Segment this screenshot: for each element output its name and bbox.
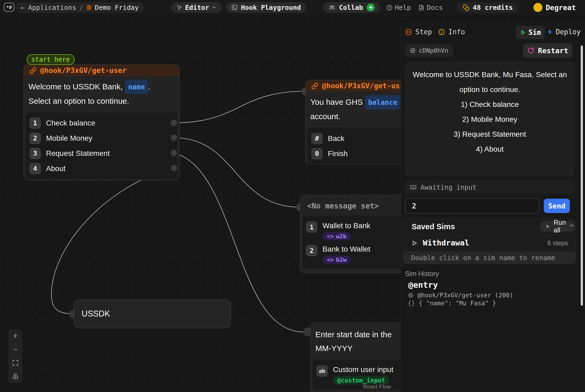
- option-row[interactable]: 0 Finish: [311, 146, 406, 161]
- session-id-badge: cDNp0hVn: [405, 44, 453, 57]
- project-dot-icon: [86, 5, 91, 10]
- option-row[interactable]: 4 About: [30, 161, 174, 176]
- docs-label: Docs: [427, 4, 443, 11]
- message-text: Enter start date in the: [315, 328, 406, 341]
- panel-scrollbar[interactable]: [581, 45, 583, 306]
- collapse-chevron-icon[interactable]: [569, 222, 575, 229]
- source-handle-3[interactable]: [170, 149, 177, 156]
- source-handle-1[interactable]: [170, 119, 177, 126]
- sim-transcript: Welcome to USSDK Bank, Mu Fasa. Select a…: [405, 61, 575, 176]
- sim-button[interactable]: Sim: [516, 26, 545, 39]
- option-label: Finish: [328, 149, 348, 158]
- status-bar: Awaiting input: [405, 181, 575, 194]
- option-row[interactable]: 2 Mobile Money: [30, 131, 174, 146]
- transcript-line: option to continue.: [405, 82, 575, 97]
- credits-badge[interactable]: 48 credits: [457, 2, 518, 13]
- code-glyph-icon: <>: [327, 256, 334, 263]
- tab-info[interactable]: Info: [438, 28, 465, 36]
- collab-add-icon[interactable]: +: [367, 3, 375, 11]
- node-message: You have GHS balance account.: [306, 91, 411, 123]
- sim-input-value: 2: [412, 202, 416, 210]
- send-button[interactable]: Send: [544, 199, 570, 213]
- breadcrumb-separator: /: [79, 4, 83, 11]
- option-key: 0: [311, 148, 323, 159]
- breadcrumb-section[interactable]: Applications: [28, 4, 76, 11]
- transcript-line: Welcome to USSDK Bank, Mu Fasa. Select a…: [405, 67, 575, 82]
- source-handle-2[interactable]: [170, 134, 177, 141]
- user-name[interactable]: Degreat: [546, 3, 576, 12]
- option-row[interactable]: 2 Bank to Wallet <>b2w: [306, 242, 400, 266]
- option-label: Check balance: [46, 119, 95, 127]
- play-icon: [545, 224, 550, 229]
- sim-button-label: Sim: [529, 28, 541, 36]
- lightning-icon: [547, 29, 553, 35]
- back-arrow-icon[interactable]: ←: [21, 3, 25, 11]
- source-handle-4[interactable]: [170, 165, 177, 172]
- playground-button[interactable]: Hook Playground: [226, 2, 306, 13]
- option-label: Back: [328, 134, 344, 143]
- option-key: 1: [306, 222, 317, 233]
- transcript-line: 3) Request Statement: [405, 127, 575, 142]
- step-code-icon: [405, 28, 412, 36]
- option-row[interactable]: # Back: [311, 131, 406, 146]
- play-outline-icon[interactable]: [411, 239, 418, 247]
- option-tag: b2w: [336, 256, 347, 263]
- node-get-user[interactable]: @hook/P3xGV/get-user Welcome to USSDK Ba…: [23, 64, 180, 180]
- run-all-label: Run all: [554, 219, 570, 234]
- editor-mode-dropdown[interactable]: Editor: [172, 2, 222, 13]
- help-button[interactable]: Help: [385, 2, 412, 13]
- transcript-line: 2) Mobile Money: [405, 112, 575, 127]
- restart-label: Restart: [538, 47, 568, 55]
- option-label: About: [46, 164, 65, 173]
- node-options: 1 Check balance 2 Mobile Money 3 Request…: [26, 112, 177, 179]
- deploy-button[interactable]: Deploy: [547, 28, 581, 36]
- app-logo-icon[interactable]: *#: [4, 3, 14, 12]
- node-hook-header: @hook/P3xGV/get-user: [306, 80, 411, 91]
- fit-view-button[interactable]: [11, 359, 19, 367]
- zoom-in-button[interactable]: +: [11, 332, 19, 340]
- history-payload: { "name": "Mu Fasa" }: [419, 300, 496, 307]
- braces-icon: {}: [408, 300, 415, 307]
- node-message: Enter start date in the MM-YYYY: [311, 323, 411, 355]
- breadcrumb-project[interactable]: Demo Friday: [95, 4, 139, 11]
- zoom-out-button[interactable]: −: [11, 345, 19, 353]
- playground-label: Hook Playground: [241, 4, 301, 11]
- restart-icon: [527, 47, 534, 54]
- restart-button[interactable]: Restart: [523, 43, 573, 58]
- node-momo-menu[interactable]: <No message set> 1 Wallet to Bank <>w2b …: [300, 195, 406, 273]
- sim-input-field[interactable]: 2: [405, 198, 540, 214]
- option-row[interactable]: 1 Check balance: [30, 115, 174, 131]
- option-label: Wallet to Bank: [323, 222, 370, 230]
- option-row[interactable]: 3 Request Statement: [30, 146, 174, 161]
- session-id: cDNp0hVn: [419, 47, 448, 54]
- option-key: 4: [30, 163, 41, 174]
- breadcrumb[interactable]: ← Applications / Demo Friday: [15, 2, 144, 13]
- node-message: Welcome to USSDK Bank, name. Select an o…: [24, 76, 179, 108]
- docs-button[interactable]: Docs: [416, 2, 444, 13]
- help-label: Help: [395, 4, 411, 11]
- node-balance[interactable]: @hook/P3xGV/get-user You have GHS balanc…: [305, 80, 412, 164]
- collab-button[interactable]: Collab +: [323, 2, 380, 13]
- node-date-input[interactable]: Enter start date in the MM-YYYY ab Custo…: [310, 323, 411, 392]
- option-key-ab: ab: [316, 365, 328, 377]
- option-key: 2: [306, 245, 317, 256]
- tab-step[interactable]: Step: [405, 28, 432, 36]
- option-row[interactable]: ab Custom user input @custom_input: [316, 363, 405, 386]
- app-window: *# ← Applications / Demo Friday Editor H…: [0, 0, 585, 392]
- tab-step-label: Step: [415, 28, 432, 36]
- terminal-icon: [231, 4, 238, 11]
- react-flow-attribution[interactable]: React Flow: [363, 383, 391, 390]
- saved-sim-row[interactable]: Withdrawal 6 steps: [403, 235, 575, 252]
- saved-sim-name[interactable]: Withdrawal: [423, 238, 469, 247]
- message-text: You have GHS: [310, 98, 363, 106]
- canvas-controls: + −: [9, 329, 22, 383]
- option-row[interactable]: 1 Wallet to Bank <>w2b: [306, 219, 400, 242]
- hook-label: @hook/P3xGV/get-user: [322, 82, 408, 90]
- lock-button[interactable]: [11, 372, 19, 380]
- coins-icon: [462, 4, 470, 11]
- saved-sims-title: Saved Sims: [412, 222, 455, 231]
- node-ussdk[interactable]: USSDK: [74, 299, 231, 328]
- transcript-line: 1) Check balance: [405, 97, 575, 112]
- option-label: Request Statement: [46, 149, 110, 158]
- user-avatar[interactable]: [533, 3, 542, 12]
